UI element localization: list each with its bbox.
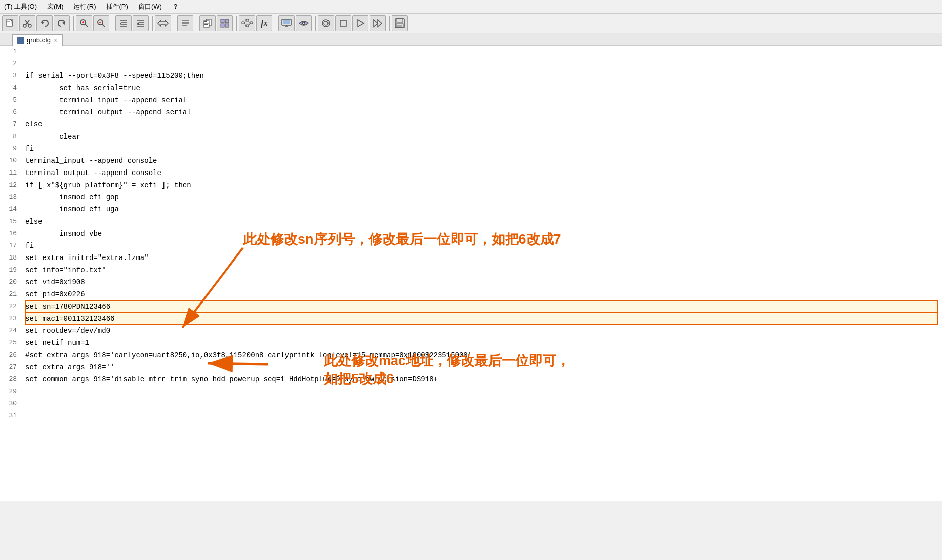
macro-button[interactable] <box>155 15 171 31</box>
menu-help[interactable]: ？ <box>170 1 181 12</box>
line-num-25: 25 <box>4 337 17 349</box>
line-num-10: 10 <box>4 155 17 167</box>
line-num-9: 9 <box>4 143 17 155</box>
sep4 <box>173 16 175 31</box>
code-line-22: set vid=0x1908 <box>25 276 938 288</box>
svg-rect-41 <box>246 25 249 27</box>
line-num-20: 20 <box>4 276 17 288</box>
outdent-button[interactable] <box>133 15 149 31</box>
code-line-23: set pid=0x0226 <box>25 288 938 300</box>
line-num-8: 8 <box>4 131 17 143</box>
play-button[interactable] <box>352 15 368 31</box>
line-num-5: 5 <box>4 94 17 106</box>
code-line-17: fi <box>25 240 938 252</box>
toolbar: fx <box>0 14 942 33</box>
svg-rect-40 <box>246 19 249 21</box>
line-num-21: 21 <box>4 288 17 300</box>
line-num-18: 18 <box>4 252 17 264</box>
sep2 <box>111 16 113 31</box>
view-button[interactable] <box>296 15 312 31</box>
line-num-4: 4 <box>4 82 17 94</box>
code-line-24: set sn=1780PDN123466 <box>25 300 938 313</box>
undo-button[interactable] <box>36 15 53 31</box>
svg-rect-48 <box>283 20 290 24</box>
svg-point-5 <box>28 24 31 27</box>
copy-button[interactable] <box>199 15 216 31</box>
code-line-20: set info="info.txt" <box>25 264 938 276</box>
menu-tools[interactable]: (T) 工具(O) <box>2 1 39 12</box>
svg-line-46 <box>249 23 250 26</box>
code-line-13: insmod efi_gop <box>25 191 938 203</box>
menu-plugins[interactable]: 插件(P) <box>104 1 130 12</box>
line-num-15: 15 <box>4 216 17 228</box>
svg-point-54 <box>324 21 328 25</box>
stop-button[interactable] <box>335 15 351 31</box>
find-button[interactable] <box>93 15 109 31</box>
line-num-22: 22 <box>4 300 17 313</box>
para-button[interactable] <box>177 15 193 31</box>
sep7 <box>274 16 276 31</box>
line-num-29: 29 <box>4 385 17 398</box>
svg-marker-56 <box>358 20 364 27</box>
file-tab[interactable]: grub.cfg × <box>12 34 63 46</box>
line-num-23: 23 <box>4 313 17 325</box>
line-num-6: 6 <box>4 106 17 118</box>
redo-button[interactable] <box>54 15 70 31</box>
svg-marker-57 <box>374 20 378 27</box>
sep6 <box>235 16 237 31</box>
line-num-31: 31 <box>4 410 17 422</box>
line-num-16: 16 <box>4 228 17 240</box>
formula-button[interactable]: fx <box>256 15 272 31</box>
line-num-11: 11 <box>4 167 17 179</box>
svg-line-44 <box>244 23 246 26</box>
menu-macro[interactable]: 宏(M) <box>45 1 66 12</box>
tabbar: grub.cfg × <box>0 33 942 46</box>
code-content[interactable]: if serial --port=0x3F8 --speed=115200;th… <box>21 46 942 501</box>
code-line-19: set extra_initrd="extra.lzma" <box>25 252 938 264</box>
line-num-30: 30 <box>4 398 17 410</box>
svg-rect-29 <box>182 25 187 26</box>
screen-button[interactable] <box>278 15 295 31</box>
code-line-14: insmod efi_uga <box>25 203 938 216</box>
svg-rect-32 <box>204 21 207 22</box>
code-line-25: set mac1=001132123466 <box>25 313 938 325</box>
indent-button[interactable] <box>115 15 132 31</box>
new-button[interactable] <box>2 15 18 31</box>
table-button[interactable] <box>217 15 233 31</box>
fast-forward-button[interactable] <box>370 15 386 31</box>
code-line-2: set has_serial=true <box>25 82 938 94</box>
record-button[interactable] <box>318 15 334 31</box>
tab-close-button[interactable]: × <box>54 37 57 44</box>
menu-window[interactable]: 窗口(W) <box>136 1 164 12</box>
disk-button[interactable] <box>392 15 408 31</box>
line-num-2: 2 <box>4 58 17 70</box>
code-line-12: if [ x"${grub_platform}" = xefi ]; then <box>25 179 938 191</box>
line-num-27: 27 <box>4 361 17 373</box>
code-line-29: set extra_args_918='' <box>25 361 938 373</box>
code-line-26: set rootdev=/dev/md0 <box>25 325 938 337</box>
code-line-1: if serial --port=0x3F8 --speed=115200;th… <box>25 70 938 82</box>
svg-rect-62 <box>397 25 402 27</box>
menu-run[interactable]: 运行(R) <box>71 1 98 12</box>
code-line-27: set netif_num=1 <box>25 337 938 349</box>
svg-point-53 <box>322 20 330 27</box>
cut-button[interactable] <box>19 15 35 31</box>
code-line-15: else <box>25 216 938 228</box>
network-button[interactable] <box>239 15 255 31</box>
svg-rect-55 <box>340 20 346 26</box>
svg-rect-36 <box>225 19 229 23</box>
search-button[interactable] <box>76 15 92 31</box>
code-line-6: clear <box>25 131 938 143</box>
svg-point-52 <box>303 23 305 24</box>
line-num-14: 14 <box>4 203 17 216</box>
code-line-9: terminal_input --append console <box>25 155 938 167</box>
menubar: (T) 工具(O) 宏(M) 运行(R) 插件(P) 窗口(W) ？ <box>0 0 942 14</box>
svg-point-4 <box>23 24 26 27</box>
editor[interactable]: 1234567891011121314151617181920212223242… <box>0 46 942 501</box>
svg-marker-26 <box>158 20 168 26</box>
sep1 <box>72 16 74 31</box>
code-line-16: insmod vbe <box>25 228 938 240</box>
line-num-28: 28 <box>4 373 17 385</box>
svg-line-9 <box>85 24 88 27</box>
svg-rect-28 <box>182 22 189 24</box>
